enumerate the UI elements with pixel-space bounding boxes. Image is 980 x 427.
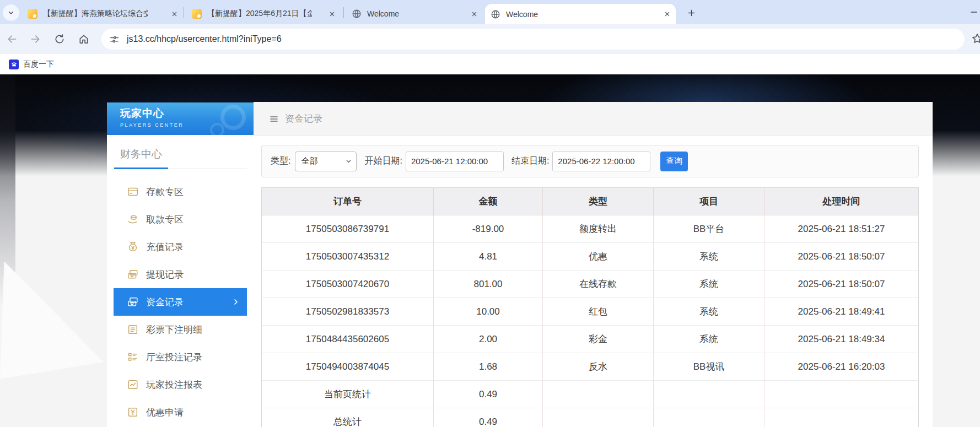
- tab-close-icon[interactable]: [660, 11, 670, 17]
- sidebar-item-label: 玩家投注报表: [146, 379, 202, 391]
- cell-project: 系统: [653, 271, 764, 298]
- baidu-paw-icon: [9, 60, 19, 69]
- cell-type: 优惠: [542, 243, 653, 271]
- cell-order-no: 1750494003874045: [262, 353, 433, 381]
- sidebar-item-label: 彩票下注明细: [146, 323, 202, 336]
- sidebar-item-player-bet-report[interactable]: 玩家投注报表: [107, 371, 254, 398]
- table-row: 1750502981833573 10.00 红包 系统 2025-06-21 …: [262, 298, 918, 326]
- url-text[interactable]: js13.cc/hhcp/usercenter.html?iniType=6: [127, 34, 282, 44]
- chevron-down-icon: [7, 9, 15, 17]
- tab-title: Welcome: [367, 9, 399, 18]
- bookmarks-bar: 百度一下: [0, 54, 980, 74]
- reload-button[interactable]: [51, 30, 68, 48]
- sidebar-item-withdraw[interactable]: 取款专区: [107, 206, 254, 233]
- column-header-process-time: 处理时间: [764, 188, 918, 215]
- cell-empty: [542, 381, 653, 408]
- cell-amount: 4.81: [433, 243, 542, 271]
- bookmark-star-icon[interactable]: [971, 33, 980, 45]
- address-bar[interactable]: js13.cc/hhcp/usercenter.html?iniType=6: [101, 29, 965, 50]
- cell-project: 系统: [653, 243, 764, 271]
- sidebar-item-label: 提现记录: [146, 268, 184, 281]
- column-header-order-no: 订单号: [262, 188, 433, 215]
- end-date-input[interactable]: [552, 152, 650, 171]
- type-select[interactable]: 全部: [295, 152, 357, 171]
- tab-welcome-active[interactable]: Welcome: [485, 4, 676, 24]
- tab-mail-1[interactable]: 【新提醒】海燕策略论坛综合交: [22, 3, 183, 24]
- site-settings-icon[interactable]: [109, 34, 120, 45]
- forward-arrow-icon: [30, 34, 41, 45]
- table-row: 1750503007420670 801.00 在线存款 系统 2025-06-…: [262, 271, 918, 298]
- cell-process-time: 2025-06-21 18:50:07: [764, 243, 918, 271]
- cell-type: 彩金: [542, 326, 653, 353]
- tab-title: 【新提醒】海燕策略论坛综合交: [43, 9, 148, 19]
- cell-amount: 2.00: [433, 326, 542, 353]
- sidebar-header: 玩家中心 PLAYERS CENTER: [107, 102, 254, 135]
- cell-order-no: 1750502981833573: [262, 298, 433, 326]
- tab-close-icon[interactable]: [325, 11, 335, 17]
- withdraw-hand-icon: [127, 213, 139, 225]
- chevron-right-icon: [231, 296, 240, 307]
- new-tab-button[interactable]: [683, 5, 699, 20]
- cell-amount: 801.00: [433, 271, 542, 298]
- tab-welcome-1[interactable]: Welcome: [346, 3, 483, 24]
- minimize-icon: [970, 8, 978, 17]
- globe-favicon-icon: [491, 9, 500, 19]
- cell-order-no: 1750484435602605: [262, 326, 433, 353]
- cell-amount: 0.49: [433, 381, 542, 408]
- reload-icon: [54, 34, 65, 45]
- sidebar-item-withdrawal-records[interactable]: 提现记录: [107, 261, 254, 288]
- sidebar-item-funds-records[interactable]: 资金记录: [114, 288, 247, 316]
- plus-icon: [687, 9, 696, 17]
- back-arrow-icon: [7, 34, 18, 45]
- moneybag-icon: [127, 241, 139, 253]
- list-icon: [127, 351, 139, 363]
- sidebar-item-label: 取款专区: [146, 213, 184, 226]
- cell-order-no: 1750503007420670: [262, 271, 433, 298]
- start-date-label: 开始日期:: [364, 155, 402, 167]
- cell-project: BB平台: [653, 215, 764, 243]
- tab-close-icon[interactable]: [467, 11, 477, 17]
- sidebar-item-lottery-bet-details[interactable]: 彩票下注明细: [107, 316, 254, 343]
- sidebar-item-label: 资金记录: [146, 296, 184, 309]
- promo-icon: [127, 406, 139, 418]
- cell-amount: 0.49: [433, 408, 542, 427]
- cell-order-no: 1750503086739791: [262, 215, 433, 243]
- cell-empty: [653, 381, 764, 408]
- cell-empty: [764, 408, 918, 427]
- sidebar-menu: 存款专区 取款专区 充值记录: [107, 178, 254, 426]
- type-select-value: 全部: [301, 156, 346, 166]
- sidebar-item-deposit[interactable]: 存款专区: [107, 178, 254, 206]
- browser-toolbar: js13.cc/hhcp/usercenter.html?iniType=6: [0, 24, 980, 54]
- forward-button[interactable]: [26, 30, 44, 48]
- select-caret-icon: [346, 158, 352, 164]
- cell-process-time: 2025-06-21 18:49:34: [764, 326, 918, 353]
- tab-mail-2[interactable]: 【新提醒】2025年6月21日【金: [186, 3, 341, 24]
- cell-amount: -819.00: [433, 215, 542, 243]
- funds-records-table: 订单号 金额 类型 项目 处理时间 1750503086739791 -819.…: [261, 187, 919, 427]
- sidebar-item-recharge-records[interactable]: 充值记录: [107, 233, 254, 261]
- mail-favicon-icon: [28, 9, 37, 19]
- page-background-triangle: [0, 259, 105, 380]
- bookmark-baidu[interactable]: 百度一下: [4, 57, 58, 72]
- tab-separator: [184, 7, 184, 18]
- page-title: 资金记录: [285, 112, 322, 125]
- deposit-card-icon: [127, 186, 139, 198]
- start-date-input[interactable]: [406, 152, 504, 171]
- cell-process-time: 2025-06-21 18:49:41: [764, 298, 918, 326]
- back-button[interactable]: [3, 30, 21, 48]
- search-button[interactable]: 查询: [660, 152, 688, 171]
- home-button[interactable]: [75, 30, 93, 48]
- tab-close-icon[interactable]: [167, 11, 177, 17]
- cell-project: 系统: [653, 326, 764, 353]
- tab-strip: 【新提醒】海燕策略论坛综合交 【新提醒】2025年6月21日【金 Welcome: [0, 0, 980, 24]
- table-row: 1750484435602605 2.00 彩金 系统 2025-06-21 1…: [262, 326, 918, 353]
- tab-list-dropdown-button[interactable]: [3, 4, 19, 21]
- minimize-button[interactable]: [968, 3, 980, 21]
- controller-graphic: [220, 105, 246, 130]
- sidebar-item-hall-bet-records[interactable]: 厅室投注记录: [107, 343, 254, 371]
- sidebar-item-promo-application[interactable]: 优惠申请: [107, 398, 254, 426]
- cell-empty: [542, 408, 653, 427]
- cell-project: 系统: [653, 298, 764, 326]
- table-header-row: 订单号 金额 类型 项目 处理时间: [262, 188, 918, 215]
- cell-project: BB视讯: [653, 353, 764, 381]
